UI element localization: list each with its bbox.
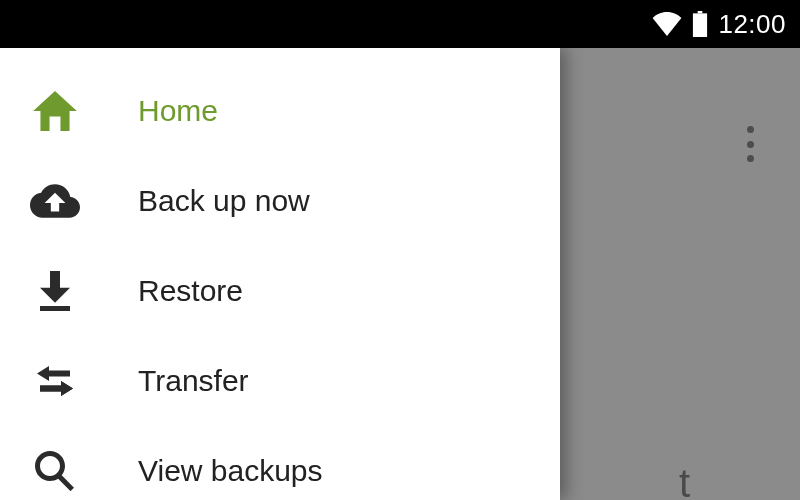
background-partial-text: t: [679, 461, 690, 500]
nav-item-label: Back up now: [138, 184, 310, 218]
status-bar: 12:00: [0, 0, 800, 48]
nav-item-transfer[interactable]: Transfer: [0, 336, 560, 426]
screen: 12:00 t Home Back up now: [0, 0, 800, 500]
home-icon: [30, 86, 80, 136]
battery-icon: [692, 11, 708, 37]
transfer-arrows-icon: [30, 356, 80, 406]
nav-item-label: Home: [138, 94, 218, 128]
search-icon: [30, 446, 80, 496]
svg-rect-1: [693, 13, 707, 37]
nav-item-label: Transfer: [138, 364, 249, 398]
nav-item-label: View backups: [138, 454, 323, 488]
svg-rect-2: [40, 306, 70, 311]
nav-item-home[interactable]: Home: [0, 66, 560, 156]
overflow-menu-button[interactable]: [738, 126, 762, 162]
cloud-upload-icon: [30, 176, 80, 226]
status-bar-time: 12:00: [718, 9, 786, 40]
download-icon: [30, 266, 80, 316]
wifi-icon: [652, 12, 682, 36]
svg-rect-0: [698, 11, 703, 13]
navigation-drawer: Home Back up now Restore: [0, 48, 560, 500]
nav-item-restore[interactable]: Restore: [0, 246, 560, 336]
nav-item-label: Restore: [138, 274, 243, 308]
nav-item-backup-now[interactable]: Back up now: [0, 156, 560, 246]
nav-item-view-backups[interactable]: View backups: [0, 426, 560, 500]
